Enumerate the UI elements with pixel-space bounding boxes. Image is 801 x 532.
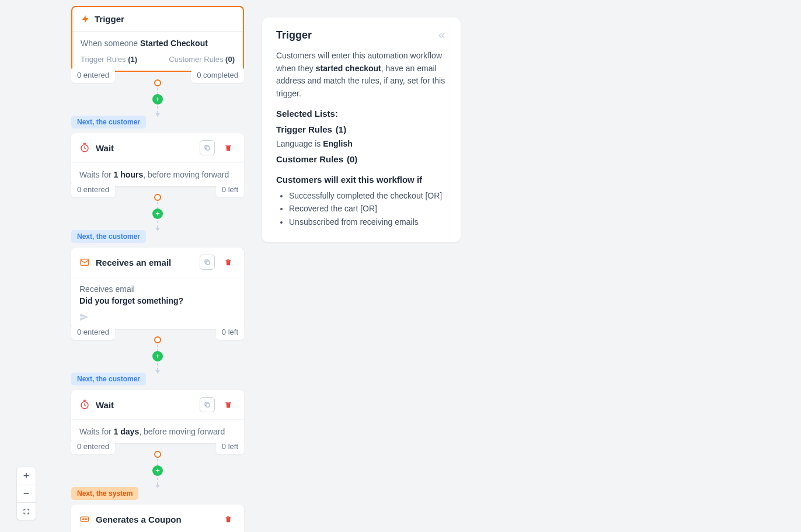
- delete-button[interactable]: [221, 140, 236, 155]
- trigger-rules-heading: Trigger Rules(1): [276, 124, 447, 134]
- selected-lists-heading: Selected Lists:: [276, 109, 447, 119]
- step-title: Receives an email: [96, 258, 171, 267]
- entered-stat: 0 entered: [71, 439, 115, 454]
- timer-icon: [79, 142, 90, 153]
- entered-stat: 0 entered: [71, 67, 115, 83]
- trigger-title: Trigger: [95, 14, 124, 24]
- list-item: Successfully completed the checkout [OR]: [289, 189, 447, 202]
- coupon-icon: [79, 514, 90, 524]
- list-item: Recovered the cart [OR]: [289, 202, 447, 215]
- step-title: Wait: [96, 143, 114, 153]
- coupon-step-card[interactable]: Generates a Coupon 10% off entire order: [71, 505, 244, 532]
- copy-button[interactable]: [200, 255, 215, 270]
- mail-icon: [79, 257, 90, 267]
- exit-conditions-list: Successfully completed the checkout [OR]…: [276, 189, 447, 228]
- copy-button[interactable]: [200, 140, 215, 155]
- section-label-system: Next, the system: [71, 487, 138, 500]
- svg-rect-3: [206, 261, 210, 265]
- list-item: Unsubscribed from receiving emails: [289, 215, 447, 228]
- node-dot: [154, 79, 161, 86]
- lightning-icon: [81, 15, 90, 24]
- email-step-card[interactable]: Receives an email Receives email Did you…: [71, 248, 244, 329]
- left-stat: 0 left: [216, 324, 244, 340]
- node-dot: [154, 194, 161, 201]
- send-icon[interactable]: [79, 312, 236, 322]
- fullscreen-button[interactable]: [17, 502, 36, 520]
- zoom-controls: + −: [16, 467, 36, 520]
- delete-button[interactable]: [221, 397, 236, 412]
- collapse-icon[interactable]: [437, 31, 447, 40]
- svg-rect-5: [206, 404, 210, 407]
- left-stat: 0 left: [216, 439, 244, 454]
- add-step-button[interactable]: +: [152, 351, 163, 361]
- trigger-detail-panel: Trigger Customers will enter this automa…: [262, 18, 461, 242]
- arrow-down-icon: [155, 113, 160, 117]
- section-label-customer: Next, the customer: [71, 230, 146, 243]
- left-stat: 0 left: [216, 182, 244, 197]
- svg-point-8: [85, 519, 86, 520]
- section-label-customer: Next, the customer: [71, 373, 146, 385]
- trigger-card[interactable]: Trigger When someone Started Checkout Tr…: [71, 6, 244, 72]
- exit-heading: Customers will exit this workflow if: [276, 175, 447, 185]
- svg-rect-6: [81, 517, 89, 521]
- add-step-button[interactable]: +: [152, 208, 163, 219]
- section-label-customer: Next, the customer: [71, 116, 146, 128]
- copy-button[interactable]: [200, 397, 215, 412]
- svg-rect-1: [206, 147, 210, 150]
- arrow-down-icon: [155, 485, 160, 488]
- wait-step-card[interactable]: Wait Waits for 1 days, before moving for…: [71, 390, 244, 443]
- panel-title: Trigger: [276, 29, 447, 41]
- arrow-down-icon: [155, 370, 160, 374]
- zoom-in-button[interactable]: +: [17, 467, 36, 485]
- trigger-header: Trigger: [72, 7, 243, 32]
- timer-icon: [79, 399, 90, 410]
- customer-rules-heading: Customer Rules(0): [276, 154, 447, 164]
- email-body-label: Receives email: [71, 277, 244, 296]
- email-subject: Did you forget something?: [71, 296, 244, 308]
- delete-button[interactable]: [221, 512, 236, 527]
- node-dot: [154, 451, 161, 458]
- wait-step-card[interactable]: Wait Waits for 1 hours, before moving fo…: [71, 133, 244, 186]
- node-dot: [154, 336, 161, 343]
- trigger-description: When someone Started Checkout: [72, 32, 243, 51]
- step-title: Wait: [96, 400, 114, 410]
- svg-point-7: [83, 519, 84, 520]
- completed-stat: 0 completed: [191, 67, 244, 83]
- entered-stat: 0 entered: [71, 324, 115, 340]
- entered-stat: 0 entered: [71, 182, 115, 197]
- add-step-button[interactable]: +: [152, 465, 163, 476]
- panel-intro: Customers will enter this automation wor…: [276, 50, 447, 100]
- add-step-button[interactable]: +: [152, 94, 163, 105]
- trigger-rule-line: Language is English: [276, 139, 447, 148]
- zoom-out-button[interactable]: −: [17, 485, 36, 502]
- step-title: Generates a Coupon: [96, 514, 182, 524]
- delete-button[interactable]: [221, 255, 236, 270]
- arrow-down-icon: [155, 228, 160, 231]
